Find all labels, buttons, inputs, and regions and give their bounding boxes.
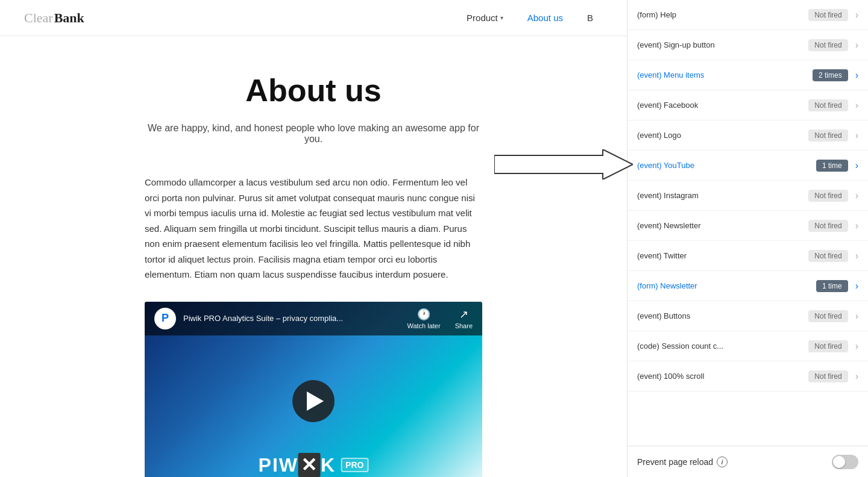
clock-icon: 🕐 — [417, 308, 430, 321]
play-button[interactable] — [292, 380, 335, 422]
panel-item-badge: Not fired — [808, 370, 848, 382]
panel-item[interactable]: (event) ButtonsNot fired› — [627, 301, 868, 331]
panel-item-label: (event) 100% scroll — [637, 372, 804, 381]
logo-bank: Bank — [54, 10, 84, 26]
chevron-right-icon: › — [855, 311, 858, 322]
nav-item-about[interactable]: About us — [518, 8, 573, 28]
panel-item-label: (event) YouTube — [637, 161, 811, 170]
chevron-right-icon: › — [855, 70, 858, 81]
panel-item-label: (event) Menu items — [637, 70, 808, 80]
video-top-actions: 🕐 Watch later ↗ Share — [407, 308, 473, 329]
page-body-text: Commodo ullamcorper a lacus vestibulum s… — [145, 175, 482, 282]
nav-item-b[interactable]: B — [577, 8, 603, 28]
panel-item[interactable]: (code) Session count c...Not fired› — [627, 331, 868, 361]
panel-item-badge: Not fired — [808, 99, 848, 111]
panel-item[interactable]: (form) HelpNot fired› — [627, 0, 868, 30]
logo-clear: Clear — [24, 10, 53, 26]
panel-item-badge: Not fired — [808, 39, 848, 51]
chevron-down-icon: ▾ — [500, 14, 503, 21]
chevron-right-icon: › — [855, 130, 858, 141]
main-content: Clear Bank Product ▾ About us B About us… — [0, 0, 627, 477]
panel-item-label: (event) Instagram — [637, 191, 804, 200]
panel-item[interactable]: (event) FacebookNot fired› — [627, 90, 868, 120]
share-action[interactable]: ↗ Share — [455, 308, 473, 329]
piwik-pro-badge: PRO — [341, 458, 368, 472]
panel-item-badge: Not fired — [808, 129, 848, 142]
panel-item[interactable]: (event) NewsletterNot fired› — [627, 211, 868, 241]
chevron-right-icon: › — [855, 251, 858, 261]
video-thumbnail[interactable]: P Piwik PRO Analytics Suite – privacy co… — [145, 302, 482, 478]
nav-item-product[interactable]: Product ▾ — [457, 8, 513, 28]
panel-item-badge: Not fired — [808, 310, 848, 322]
nav-links: Product ▾ About us B — [457, 8, 603, 28]
panel-item[interactable]: (event) LogoNot fired› — [627, 120, 868, 151]
info-icon: i — [717, 457, 728, 467]
panel-item[interactable]: (form) Newsletter1 time› — [627, 271, 868, 301]
panel-item-badge: Not fired — [808, 220, 848, 232]
panel-item[interactable]: (event) TwitterNot fired› — [627, 241, 868, 271]
prevent-reload-label: Prevent page reload i — [637, 457, 827, 467]
video-container[interactable]: P Piwik PRO Analytics Suite – privacy co… — [145, 302, 482, 478]
panel-item[interactable]: (event) YouTube1 time› — [627, 151, 868, 181]
bottom-bar: Prevent page reload i — [627, 446, 868, 477]
panel-item-label: (event) Facebook — [637, 101, 804, 110]
chevron-right-icon: › — [855, 220, 858, 231]
toggle-knob — [833, 456, 845, 468]
page-title: About us — [145, 72, 482, 108]
navbar: Clear Bank Product ▾ About us B — [0, 0, 627, 36]
chevron-right-icon: › — [855, 341, 858, 352]
panel-item[interactable]: (event) Menu items2 times› — [627, 60, 868, 90]
chevron-right-icon: › — [855, 100, 858, 111]
panel-items-container: (form) HelpNot fired›(event) Sign-up but… — [627, 0, 868, 391]
page-subtitle: We are happy, kind, and honest people wh… — [145, 123, 482, 145]
panel-item[interactable]: (event) InstagramNot fired› — [627, 181, 868, 211]
prevent-reload-toggle[interactable] — [832, 455, 858, 469]
panel-item-badge: Not fired — [808, 190, 848, 202]
piwik-logo: PIW✕K PRO — [259, 454, 369, 476]
logo[interactable]: Clear Bank — [24, 10, 84, 26]
video-title: Piwik PRO Analytics Suite – privacy comp… — [183, 314, 400, 323]
panel-item-badge: 1 time — [816, 160, 848, 172]
share-icon: ↗ — [459, 308, 468, 321]
panel-item-label: (form) Newsletter — [637, 281, 811, 290]
panel-item-badge: Not fired — [808, 9, 848, 21]
page-body: About us We are happy, kind, and honest … — [72, 36, 555, 477]
panel-item-badge: Not fired — [808, 250, 848, 262]
panel-item-label: (event) Newsletter — [637, 221, 804, 230]
channel-icon: P — [154, 308, 176, 329]
chevron-right-icon: › — [855, 190, 858, 201]
chevron-right-icon: › — [855, 371, 858, 382]
panel-item-label: (event) Sign-up button — [637, 40, 804, 49]
chevron-right-icon: › — [855, 160, 858, 171]
panel-item-badge: 2 times — [813, 69, 848, 81]
chevron-right-icon: › — [855, 10, 858, 20]
piwik-text: PIW✕K — [259, 454, 336, 476]
watch-later-action[interactable]: 🕐 Watch later — [407, 308, 440, 329]
panel-item-badge: 1 time — [816, 280, 848, 292]
right-panel: (form) HelpNot fired›(event) Sign-up but… — [627, 0, 868, 477]
play-icon — [307, 391, 324, 411]
panel-item-label: (event) Twitter — [637, 251, 804, 260]
video-top-bar: P Piwik PRO Analytics Suite – privacy co… — [145, 302, 482, 335]
panel-item-label: (event) Logo — [637, 131, 804, 140]
panel-item-label: (code) Session count c... — [637, 341, 804, 351]
panel-item[interactable]: (event) 100% scrollNot fired› — [627, 361, 868, 391]
chevron-right-icon: › — [855, 40, 858, 51]
panel-item-badge: Not fired — [808, 340, 848, 352]
panel-item[interactable]: (event) Sign-up buttonNot fired› — [627, 30, 868, 60]
panel-item-label: (event) Buttons — [637, 311, 804, 320]
panel-item-label: (form) Help — [637, 10, 804, 19]
chevron-right-icon: › — [855, 281, 858, 292]
